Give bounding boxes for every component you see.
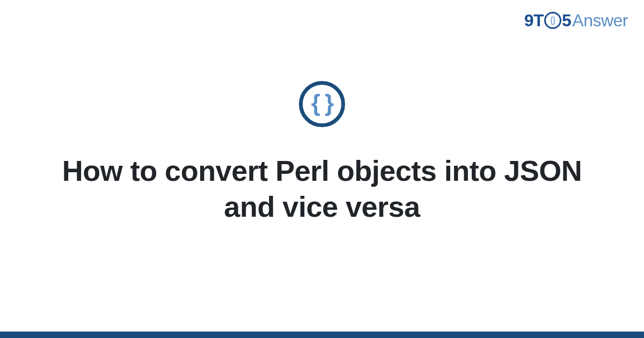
site-logo: 9T {} 5 Answer: [524, 11, 628, 31]
logo-text-5: 5: [562, 11, 571, 31]
logo-circle-icon: {}: [544, 12, 561, 29]
code-braces-icon: { }: [311, 91, 333, 115]
footer-accent-bar: [0, 332, 644, 338]
logo-text-answer: Answer: [572, 11, 628, 31]
logo-text-9t: 9T: [524, 11, 544, 31]
topic-icon-circle: { }: [299, 81, 345, 127]
main-content: { } How to convert Perl objects into JSO…: [0, 0, 644, 338]
page-title: How to convert Perl objects into JSON an…: [54, 153, 590, 225]
